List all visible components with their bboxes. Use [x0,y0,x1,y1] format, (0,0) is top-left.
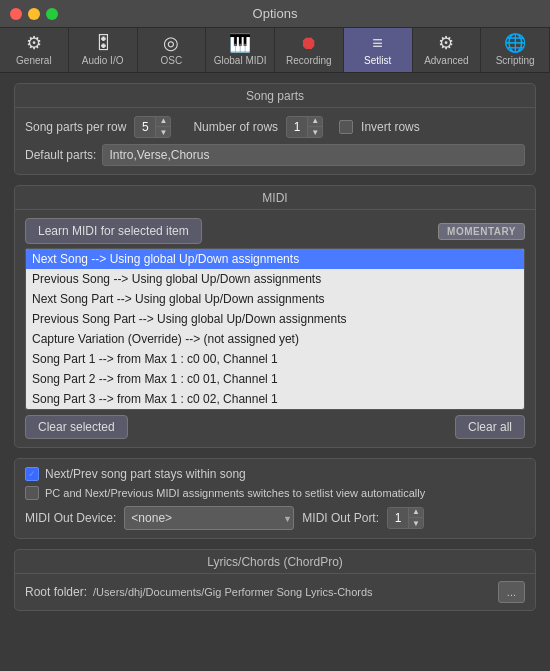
lyrics-title: Lyrics/Chords (ChordPro) [15,550,535,574]
toolbar-recording-label: Recording [286,55,332,66]
root-folder-label: Root folder: [25,585,87,599]
invert-rows-label: Invert rows [361,120,420,134]
list-item[interactable]: Song Part 2 --> from Max 1 : c0 01, Chan… [26,369,524,389]
midi-out-port-value: 1 [388,511,408,525]
toolbar-advanced-label: Advanced [424,55,468,66]
parts-per-row-increment[interactable]: ▲ [156,116,170,127]
toolbar-general-label: General [16,55,52,66]
osc-icon: ◎ [163,34,179,52]
next-prev-label: Next/Prev song part stays within song [45,467,246,481]
options-section: ✓ Next/Prev song part stays within song … [14,458,536,539]
toolbar-recording[interactable]: ⏺ Recording [275,28,344,72]
toolbar-setlist[interactable]: ≡ Setlist [344,28,413,72]
parts-per-row-stepper[interactable]: 5 ▲ ▼ [134,116,171,138]
song-parts-section: Song parts Song parts per row 5 ▲ ▼ Numb… [14,83,536,175]
midi-out-device-label: MIDI Out Device: [25,511,116,525]
maximize-button[interactable] [46,8,58,20]
pc-checkbox[interactable] [25,486,39,500]
recording-icon: ⏺ [300,34,318,52]
general-icon: ⚙ [26,34,42,52]
clear-all-button[interactable]: Clear all [455,415,525,439]
midi-list: Next Song --> Using global Up/Down assig… [25,248,525,410]
main-content: Song parts Song parts per row 5 ▲ ▼ Numb… [0,73,550,654]
toolbar-general[interactable]: ⚙ General [0,28,69,72]
midi-out-device-row: MIDI Out Device: <none> ▾ MIDI Out Port:… [25,506,525,530]
toolbar-osc-label: OSC [161,55,183,66]
scripting-icon: 🌐 [504,34,526,52]
parts-per-row-label: Song parts per row [25,120,126,134]
toolbar-advanced[interactable]: ⚙ Advanced [413,28,482,72]
window-controls [10,8,58,20]
title-bar: Options [0,0,550,28]
toolbar-global-midi[interactable]: 🎹 Global MIDI [206,28,275,72]
parts-per-row-decrement[interactable]: ▼ [156,127,170,138]
midi-section: MIDI Learn MIDI for selected item MOMENT… [14,185,536,448]
song-parts-title: Song parts [15,84,535,108]
num-rows-decrement[interactable]: ▼ [308,127,322,138]
next-prev-option-row: ✓ Next/Prev song part stays within song [25,467,525,481]
audio-io-icon: 🎛 [94,34,112,52]
num-rows-value: 1 [287,120,307,134]
lyrics-section: Lyrics/Chords (ChordPro) Root folder: /U… [14,549,536,611]
root-folder-path: /Users/dhj/Documents/Gig Performer Song … [93,586,492,598]
midi-out-port-decrement[interactable]: ▼ [409,518,423,529]
toolbar-setlist-label: Setlist [364,55,391,66]
invert-rows-checkbox[interactable] [339,120,353,134]
toolbar-osc[interactable]: ◎ OSC [138,28,207,72]
next-prev-checkbox[interactable]: ✓ [25,467,39,481]
default-parts-label: Default parts: [25,148,96,162]
toolbar-audio-io[interactable]: 🎛 Audio I/O [69,28,138,72]
toolbar-scripting-label: Scripting [496,55,535,66]
browse-button[interactable]: ... [498,581,525,603]
advanced-icon: ⚙ [438,34,454,52]
momentary-button[interactable]: MOMENTARY [438,223,525,240]
pc-option-row: PC and Next/Previous MIDI assignments sw… [25,486,525,500]
list-item[interactable]: Capture Variation (Override) --> (not as… [26,329,524,349]
list-item[interactable]: Next Song --> Using global Up/Down assig… [26,249,524,269]
list-item[interactable]: Next Song Part --> Using global Up/Down … [26,289,524,309]
num-rows-label: Number of rows [193,120,278,134]
default-parts-input[interactable] [102,144,525,166]
toolbar: ⚙ General 🎛 Audio I/O ◎ OSC 🎹 Global MID… [0,28,550,73]
midi-out-port-increment[interactable]: ▲ [409,507,423,518]
parts-per-row-value: 5 [135,120,155,134]
lyrics-row: Root folder: /Users/dhj/Documents/Gig Pe… [15,574,535,610]
midi-out-port-stepper[interactable]: 1 ▲ ▼ [387,507,424,529]
num-rows-stepper[interactable]: 1 ▲ ▼ [286,116,323,138]
list-item[interactable]: Song Part 1 --> from Max 1 : c0 00, Chan… [26,349,524,369]
midi-out-port-label: MIDI Out Port: [302,511,379,525]
pc-label: PC and Next/Previous MIDI assignments sw… [45,487,425,499]
toolbar-global-midi-label: Global MIDI [214,55,267,66]
close-button[interactable] [10,8,22,20]
num-rows-increment[interactable]: ▲ [308,116,322,127]
minimize-button[interactable] [28,8,40,20]
list-item[interactable]: Song Part 3 --> from Max 1 : c0 02, Chan… [26,389,524,409]
list-item[interactable]: Previous Song --> Using global Up/Down a… [26,269,524,289]
setlist-icon: ≡ [372,34,383,52]
global-midi-icon: 🎹 [229,34,251,52]
midi-title: MIDI [15,186,535,210]
list-item[interactable]: Previous Song Part --> Using global Up/D… [26,309,524,329]
learn-midi-button[interactable]: Learn MIDI for selected item [25,218,202,244]
window-title: Options [253,6,298,21]
clear-selected-button[interactable]: Clear selected [25,415,128,439]
toolbar-scripting[interactable]: 🌐 Scripting [481,28,550,72]
midi-out-device-select[interactable]: <none> [124,506,294,530]
toolbar-audio-io-label: Audio I/O [82,55,124,66]
